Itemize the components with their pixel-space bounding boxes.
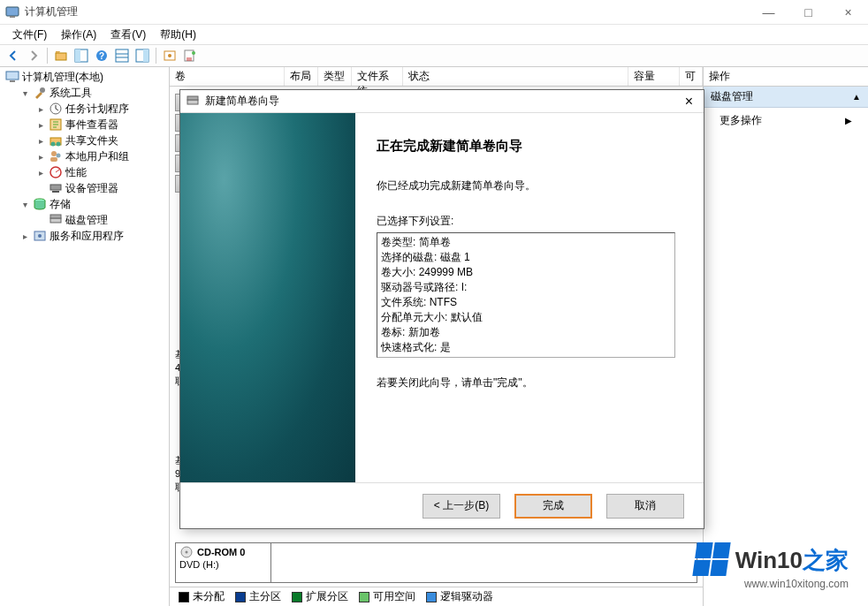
watermark-url: www.win10xitong.com [695,578,849,590]
svg-point-36 [186,551,188,554]
wizard-heading: 正在完成新建简单卷向导 [377,138,682,155]
legend-label: 逻辑驱动器 [440,589,493,604]
wizard-dialog: 新建简单卷向导 × 正在完成新建简单卷向导 你已经成功完成新建简单卷向导。 已选… [179,89,704,529]
tree-services-apps[interactable]: ▸ 服务和应用程序 [2,228,167,244]
toolbar-refresh-icon[interactable] [160,46,179,65]
expand-icon[interactable]: ▾ [19,87,30,98]
tree-device-manager[interactable]: 设备管理器 [2,180,167,196]
setting-line: 卷标: 新加卷 [381,325,671,340]
tree-disk-mgmt[interactable]: 磁盘管理 [2,212,167,228]
svg-rect-29 [52,191,59,193]
toolbar-properties-icon[interactable] [180,46,200,65]
expand-icon[interactable]: ▸ [35,167,46,178]
legend-logical: 逻辑驱动器 [426,589,493,604]
legend-extended: 扩展分区 [292,589,348,604]
expand-icon[interactable]: ▸ [35,119,46,130]
minimize-button[interactable]: — [749,0,788,25]
toolbar: ? [0,44,868,67]
tree-label: 性能 [65,165,87,180]
tree-event-viewer[interactable]: ▸ 事件查看器 [2,117,167,133]
toolbar-help-icon[interactable]: ? [92,46,111,65]
tree-performance[interactable]: ▸ 性能 [2,164,167,180]
setting-line: 驱动器号或路径: I: [381,280,671,295]
toolbar-separator [156,48,156,64]
svg-rect-32 [50,215,61,218]
col-free[interactable]: 可 [680,67,703,86]
finish-button[interactable]: 完成 [514,494,592,519]
wizard-body: 正在完成新建简单卷向导 你已经成功完成新建简单卷向导。 已选择下列设置: 卷类型… [180,113,704,482]
services-icon [33,229,47,243]
tools-icon [33,86,47,100]
back-button[interactable]: < 上一步(B) [423,494,500,519]
tree-storage[interactable]: ▾ 存储 [2,196,167,212]
close-button[interactable]: × [828,0,868,25]
tree-root[interactable]: 计算机管理(本地) [2,69,167,85]
svg-point-24 [51,151,57,156]
forward-button[interactable] [24,46,43,65]
legend: 未分配 主分区 扩展分区 可用空间 逻辑驱动器 [170,587,703,606]
tree-local-users[interactable]: ▸ 本地用户和组 [2,148,167,164]
tree-shared-folders[interactable]: ▸ 共享文件夹 [2,133,167,148]
wizard-close-button[interactable]: × [680,94,698,110]
col-capacity[interactable]: 容量 [628,67,680,86]
cdrom-label: CD-ROM 0 [197,547,245,557]
svg-rect-37 [187,100,198,104]
titlebar: 计算机管理 [0,0,868,25]
menu-help[interactable]: 帮助(H) [153,26,203,44]
toolbar-expand-icon[interactable] [133,46,152,65]
col-volume[interactable]: 卷 [170,67,285,86]
disk-icon [49,213,63,227]
share-icon [49,133,63,148]
tree-label: 存储 [49,197,71,212]
back-button[interactable] [4,46,23,65]
tree-label: 本地用户和组 [65,149,129,164]
svg-rect-2 [56,53,66,60]
svg-point-23 [57,142,61,147]
menu-file[interactable]: 文件(F) [5,26,54,44]
wizard-content: 正在完成新建简单卷向导 你已经成功完成新建简单卷向导。 已选择下列设置: 卷类型… [355,113,704,482]
toolbar-separator [47,48,48,64]
actions-section-label: 磁盘管理 [711,89,753,104]
disk-cdrom-block[interactable]: CD-ROM 0 DVD (H:) [175,542,697,583]
legend-free: 可用空间 [359,589,415,604]
menu-view[interactable]: 查看(V) [103,26,153,44]
setting-line: 快速格式化: 是 [381,340,671,355]
tree-panel: 计算机管理(本地) ▾ 系统工具 ▸ 任务计划程序 ▸ 事件查看器 ▸ 共享文件… [0,67,170,606]
col-layout[interactable]: 布局 [285,67,318,86]
actions-section[interactable]: 磁盘管理 ▲ [704,87,868,108]
spacer [35,183,46,193]
svg-text:?: ? [99,51,104,61]
maximize-button[interactable]: □ [788,0,828,25]
setting-line: 文件系统: NTFS [381,295,671,310]
menu-action[interactable]: 操作(A) [54,26,103,44]
expand-icon[interactable]: ▸ [35,103,46,114]
tree-label: 设备管理器 [65,181,118,196]
wizard-message: 你已经成功完成新建简单卷向导。 [377,178,682,194]
storage-icon [33,197,47,211]
col-status[interactable]: 状态 [403,67,628,86]
wizard-settings-list[interactable]: 卷类型: 简单卷 选择的磁盘: 磁盘 1 卷大小: 249999 MB 驱动器号… [377,232,675,358]
expand-icon[interactable]: ▸ [19,231,30,241]
toolbar-tree-icon[interactable] [72,46,91,65]
expand-icon[interactable]: ▾ [19,199,30,209]
wizard-title-text: 新建简单卷向导 [205,94,279,109]
tree-system-tools[interactable]: ▾ 系统工具 [2,85,167,101]
collapse-icon: ▲ [852,92,861,102]
svg-point-22 [51,142,56,147]
expand-icon[interactable]: ▸ [35,151,46,162]
toolbar-detail-icon[interactable] [112,46,132,65]
actions-more[interactable]: 更多操作 ▶ [704,108,868,133]
svg-rect-16 [6,72,19,80]
cancel-button[interactable]: 取消 [606,494,684,519]
toolbar-folder-icon[interactable] [51,46,71,65]
wizard-close-message: 若要关闭此向导，请单击"完成"。 [377,375,682,390]
legend-label: 扩展分区 [306,589,348,604]
spacer [35,215,46,225]
menubar: 文件(F) 操作(A) 查看(V) 帮助(H) [0,25,868,44]
watermark-brand: Win10 [735,547,803,573]
expand-icon[interactable]: ▸ [35,135,46,146]
col-type[interactable]: 类型 [318,67,352,86]
tree-task-scheduler[interactable]: ▸ 任务计划程序 [2,101,167,117]
col-fs[interactable]: 文件系统 [352,67,403,86]
svg-point-15 [192,51,195,55]
